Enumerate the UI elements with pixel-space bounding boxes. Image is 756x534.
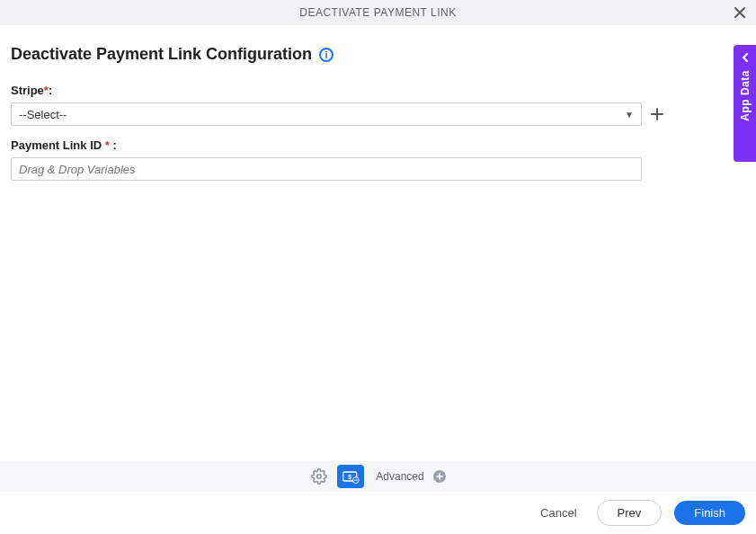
- payment-config-button[interactable]: $: [337, 465, 364, 488]
- page-title: Deactivate Payment Link Configuration: [11, 45, 312, 64]
- close-icon: [734, 6, 746, 19]
- colon: :: [49, 84, 52, 97]
- bottom-toolbar: $ Advanced: [0, 461, 756, 492]
- stripe-select[interactable]: --Select-- ▼: [11, 102, 642, 126]
- chevron-down-icon: ▼: [625, 110, 634, 120]
- gear-icon: [311, 468, 327, 485]
- add-stripe-button[interactable]: [649, 106, 665, 122]
- field-stripe: Stripe*: --Select-- ▼: [11, 84, 745, 126]
- content-area: Deactivate Payment Link Configuration i …: [0, 25, 756, 181]
- svg-point-0: [317, 475, 322, 479]
- footer-buttons: Cancel Prev Finish: [0, 492, 756, 534]
- page-title-row: Deactivate Payment Link Configuration i: [11, 45, 745, 64]
- payment-link-id-label: Payment Link ID * :: [11, 138, 745, 152]
- settings-button[interactable]: [310, 467, 328, 485]
- payment-icon: $: [342, 469, 360, 484]
- info-icon[interactable]: i: [319, 48, 334, 62]
- advanced-add-button[interactable]: [433, 470, 446, 483]
- plus-icon: [436, 473, 443, 480]
- chevron-left-icon: [741, 52, 750, 65]
- colon: :: [112, 138, 116, 152]
- stripe-label: Stripe*:: [11, 84, 745, 97]
- finish-button[interactable]: Finish: [674, 501, 745, 525]
- plus-icon: [650, 107, 664, 121]
- payment-link-id-input[interactable]: [11, 157, 642, 181]
- close-button[interactable]: [733, 5, 747, 20]
- prev-button[interactable]: Prev: [597, 500, 663, 526]
- payment-link-id-label-text: Payment Link ID: [11, 138, 105, 152]
- stripe-select-row: --Select-- ▼: [11, 102, 745, 126]
- header-bar: DEACTIVATE PAYMENT LINK: [0, 0, 756, 25]
- required-marker: *: [105, 138, 110, 152]
- app-data-panel-toggle[interactable]: App Data: [734, 45, 756, 162]
- cancel-button[interactable]: Cancel: [533, 501, 583, 525]
- app-data-label: App Data: [739, 70, 752, 121]
- header-title: DEACTIVATE PAYMENT LINK: [299, 6, 456, 19]
- field-payment-link-id: Payment Link ID * :: [11, 138, 745, 181]
- stripe-label-text: Stripe: [11, 84, 44, 97]
- svg-text:$: $: [349, 474, 352, 481]
- stripe-select-value: --Select--: [19, 108, 67, 121]
- advanced-label: Advanced: [376, 470, 423, 483]
